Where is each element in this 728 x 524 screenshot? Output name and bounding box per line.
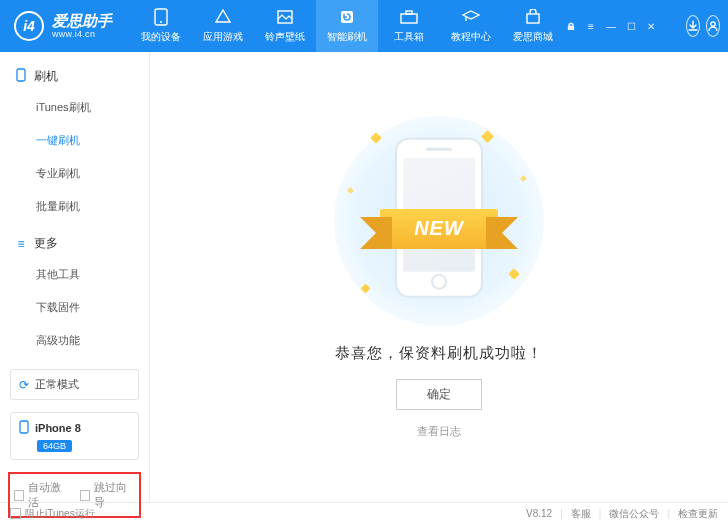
checkbox-label: 阻止iTunes运行	[25, 507, 95, 521]
user-button[interactable]	[706, 15, 720, 37]
nav-tab-ringwall[interactable]: 铃声壁纸	[254, 0, 316, 52]
maximize-icon[interactable]: ☐	[624, 21, 638, 32]
apps-icon	[214, 8, 232, 26]
svg-point-7	[711, 22, 715, 26]
nav-label: 我的设备	[141, 30, 181, 44]
nav-tab-device[interactable]: 我的设备	[130, 0, 192, 52]
svg-rect-9	[20, 421, 28, 433]
footer-link-wechat[interactable]: 微信公众号	[609, 507, 659, 521]
checkbox-label: 跳过向导	[94, 480, 135, 510]
ok-button[interactable]: 确定	[396, 379, 482, 410]
nav-tab-mall[interactable]: 爱思商城	[502, 0, 564, 52]
nav-label: 铃声壁纸	[265, 30, 305, 44]
device-indicator[interactable]: iPhone 8 64GB	[10, 412, 139, 460]
tutorial-icon	[462, 8, 480, 26]
nav-tab-flash[interactable]: 智能刷机	[316, 0, 378, 52]
toolbox-icon	[400, 8, 418, 26]
close-icon[interactable]: ✕	[644, 21, 658, 32]
svg-point-1	[160, 21, 162, 23]
checkbox-block-itunes[interactable]: 阻止iTunes运行	[10, 507, 95, 521]
storage-badge: 64GB	[37, 440, 72, 452]
brand-name: 爱思助手	[52, 13, 112, 28]
sidebar-group-more: ≡ 更多	[0, 229, 149, 258]
checkbox-label: 自动激活	[28, 480, 69, 510]
svg-rect-5	[406, 11, 412, 14]
logo-icon: i4	[14, 11, 44, 41]
mode-label: 正常模式	[35, 377, 79, 392]
sidebar-item-pro-flash[interactable]: 专业刷机	[0, 157, 149, 190]
device-name: iPhone 8	[35, 422, 81, 434]
new-ribbon: NEW	[380, 209, 498, 249]
sidebar-group-title: 更多	[34, 235, 58, 252]
checkbox-skip-wizard[interactable]: 跳过向导	[80, 480, 136, 510]
menu-icon[interactable]: ≡	[584, 21, 598, 32]
window-controls: 🔒︎ ≡ — ☐ ✕	[564, 21, 658, 32]
checkbox-icon	[14, 490, 24, 501]
brand-url: www.i4.cn	[52, 30, 112, 39]
checkbox-icon	[10, 508, 21, 519]
svg-rect-8	[17, 69, 25, 81]
brand-logo: i4 爱思助手 www.i4.cn	[0, 11, 126, 41]
sidebar-group-flash: 刷机	[0, 62, 149, 91]
version-label: V8.12	[526, 508, 552, 519]
sidebar-item-advanced[interactable]: 高级功能	[0, 324, 149, 357]
main-content: NEW 恭喜您，保资料刷机成功啦！ 确定 查看日志	[150, 52, 728, 502]
view-log-link[interactable]: 查看日志	[417, 424, 461, 439]
sidebar: 刷机 iTunes刷机 一键刷机 专业刷机 批量刷机 ≡ 更多 其他工具 下载固…	[0, 52, 150, 502]
ribbon-label: NEW	[380, 209, 498, 249]
sidebar-item-other-tools[interactable]: 其他工具	[0, 258, 149, 291]
nav-label: 教程中心	[451, 30, 491, 44]
phone-icon	[19, 420, 29, 436]
app-body: 刷机 iTunes刷机 一键刷机 专业刷机 批量刷机 ≡ 更多 其他工具 下载固…	[0, 52, 728, 502]
menu-icon: ≡	[14, 237, 28, 251]
phone-icon	[152, 8, 170, 26]
sync-icon: ⟳	[19, 378, 29, 392]
nav-tabs: 我的设备 应用游戏 铃声壁纸 智能刷机 工具箱 教程中心 爱思商城	[130, 0, 564, 52]
lock-icon[interactable]: 🔒︎	[564, 21, 578, 32]
footer-link-support[interactable]: 客服	[571, 507, 591, 521]
checkbox-auto-activate[interactable]: 自动激活	[14, 480, 70, 510]
nav-label: 智能刷机	[327, 30, 367, 44]
nav-label: 应用游戏	[203, 30, 243, 44]
wallpaper-icon	[276, 8, 294, 26]
download-button[interactable]	[686, 15, 700, 37]
success-message: 恭喜您，保资料刷机成功啦！	[335, 344, 543, 363]
minimize-icon[interactable]: —	[604, 21, 618, 32]
nav-tab-games[interactable]: 应用游戏	[192, 0, 254, 52]
phone-icon	[14, 68, 28, 85]
footer-link-update[interactable]: 检查更新	[678, 507, 718, 521]
sidebar-item-itunes-flash[interactable]: iTunes刷机	[0, 91, 149, 124]
title-right: 🔒︎ ≡ — ☐ ✕	[564, 15, 728, 37]
checkbox-icon	[80, 490, 90, 501]
nav-label: 爱思商城	[513, 30, 553, 44]
sidebar-group-title: 刷机	[34, 68, 58, 85]
sidebar-item-oneclick-flash[interactable]: 一键刷机	[0, 124, 149, 157]
nav-tab-toolbox[interactable]: 工具箱	[378, 0, 440, 52]
sidebar-item-batch-flash[interactable]: 批量刷机	[0, 190, 149, 223]
svg-rect-6	[527, 14, 539, 23]
sidebar-item-download-firmware[interactable]: 下载固件	[0, 291, 149, 324]
nav-tab-tutorial[interactable]: 教程中心	[440, 0, 502, 52]
nav-label: 工具箱	[394, 30, 424, 44]
mode-indicator[interactable]: ⟳ 正常模式	[10, 369, 139, 400]
title-bar: i4 爱思助手 www.i4.cn 我的设备 应用游戏 铃声壁纸 智能刷机 工具…	[0, 0, 728, 52]
hero-illustration: NEW	[334, 116, 544, 326]
mall-icon	[524, 8, 542, 26]
flash-icon	[338, 8, 356, 26]
svg-rect-4	[401, 14, 417, 23]
